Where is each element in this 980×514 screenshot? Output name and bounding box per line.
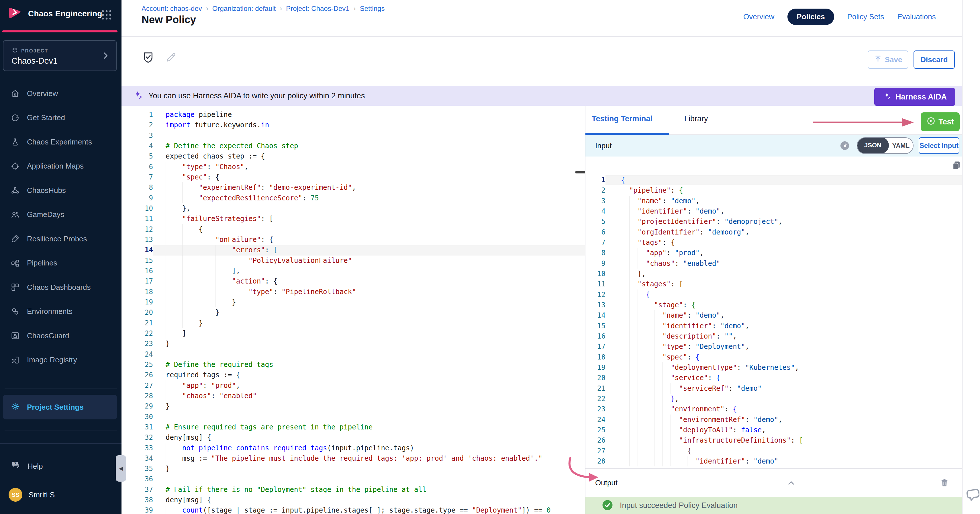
sidebar-item-get-started[interactable]: Get Started [0,106,121,130]
flask-icon [10,137,20,147]
app-switcher-icon[interactable] [101,9,112,22]
code-line: 36 [121,474,585,484]
tab-label: Testing Terminal [592,115,652,123]
tab-policies[interactable]: Policies [788,9,834,25]
code-line: 22 ] [121,328,585,339]
sidebar-item-label: Environments [27,307,73,316]
tab-overview[interactable]: Overview [743,12,774,21]
sidebar-item-project-settings[interactable]: Project Settings [3,395,117,419]
trash-icon[interactable] [939,477,950,489]
code-line: 37# Fail if there is no "Deployment" sta… [121,484,585,495]
code-line: 9 "chaos": "enabled" [585,258,962,269]
help-chat-icon: ? [10,460,21,472]
code-line: 32deny[msg] { [121,432,585,442]
chevron-left-icon: ◀ [119,465,123,471]
home-icon [10,89,20,98]
code-line: 10 }, [585,269,962,279]
aida-banner: You can use Harness AIDA to write your p… [121,86,962,106]
breadcrumb-separator: › [276,5,286,13]
output-header: Output [585,468,962,497]
support-chat-icon[interactable] [964,487,979,503]
sidebar-item-label: Application Maps [27,162,84,170]
code-line: 14 "name": "demo", [585,310,962,320]
test-button[interactable]: Test [921,112,960,131]
code-line: 20 } [121,307,585,318]
breadcrumb-link[interactable]: Account: chaos-dev [142,5,202,13]
policy-code-editor[interactable]: 1package pipeline2import future.keywords… [121,106,585,514]
get-started-icon [10,113,20,123]
tab-testing-terminal[interactable]: Testing Terminal [592,115,652,123]
code-line: 38deny[msg] { [121,495,585,505]
project-selector[interactable]: PROJECT Chaos-Dev1 [3,40,117,71]
sidebar-item-overview[interactable]: Overview [0,81,121,106]
select-input-button[interactable]: Select Input [919,137,959,154]
tab-policy-sets[interactable]: Policy Sets [847,12,884,21]
code-line: 9 "expectedResilienceScore": 75 [121,193,585,203]
edit-pencil-icon[interactable] [165,51,177,65]
code-line: 24 [121,349,585,360]
policy-shield-icon[interactable] [142,51,155,65]
code-line: 1package pipeline [121,110,585,120]
output-status-banner: Input succeeded Policy Evaluation [585,497,962,514]
sidebar-item-label: Project Settings [27,403,84,412]
code-line: 3 [121,130,585,141]
code-line: 31# Ensure required tags are present in … [121,422,585,432]
sidebar-item-application-maps[interactable]: Application Maps [0,154,121,178]
code-line: 21 "serviceRef": "demo" [585,383,962,394]
pipeline-icon [10,258,20,268]
save-button[interactable]: Save [868,51,908,69]
sidebar-item-environments[interactable]: Environments [0,299,121,324]
code-line: 2import future.keywords.in [121,120,585,130]
sidebar-item-label: ChaosGuard [27,331,69,340]
discard-button[interactable]: Discard [913,51,955,69]
sidebar-item-image-registry[interactable]: Image Registry [0,348,121,372]
sidebar-item-resilience-probes[interactable]: Resilience Probes [0,227,121,251]
select-input-label: Select Input [920,142,959,150]
code-line: 3 "name": "demo", [585,196,962,206]
page-title: New Policy [142,14,196,26]
harness-logo-icon[interactable] [8,5,24,22]
sidebar-item-label: Chaos Experiments [27,138,92,146]
code-line: 18 "type": "PipelineRollback" [121,286,585,297]
sidebar-item-chaoshubs[interactable]: ChaosHubs [0,178,121,203]
product-title: Chaos Engineering [28,9,102,18]
sidebar-item-chaos-dashboards[interactable]: Chaos Dashboards [0,275,121,299]
breadcrumb-link[interactable]: Project: Chaos-Dev1 [286,5,349,13]
tab-library[interactable]: Library [684,115,708,123]
code-line: 5 "projectIdentifier": "demoproject", [585,216,962,227]
chevron-up-icon[interactable] [786,478,796,489]
breadcrumb-link[interactable]: Organization: default [212,5,276,13]
input-json-editor[interactable]: 1{2 "pipeline": {3 "name": "demo",4 "ide… [585,171,962,468]
editor-resize-handle[interactable] [575,171,585,173]
harness-aida-button[interactable]: Harness AIDA [874,88,955,106]
code-line: 7 "tags": { [585,237,962,248]
sidebar-item-gamedays[interactable]: GameDays [0,203,121,227]
sidebar-item-help[interactable]: ? Help [10,459,43,474]
sidebar-item-label: Chaos Dashboards [27,283,91,292]
breadcrumb-separator: › [350,5,360,13]
aida-sparkle-icon [133,90,143,102]
output-status-text: Input succeeded Policy Evaluation [620,501,738,510]
sidebar-collapse-handle[interactable]: ◀ [116,455,126,482]
users-icon [10,210,20,220]
code-line: 6 "orgIdentifier": "demoorg", [585,227,962,237]
format-yaml-option[interactable]: YAML [889,142,913,150]
output-label: Output [595,479,617,487]
avatar: SS [9,488,22,502]
breadcrumb-link[interactable]: Settings [360,5,385,13]
tab-evaluations[interactable]: Evaluations [897,12,935,21]
sidebar-item-chaosguard[interactable]: ChaosGuard [0,324,121,348]
aida-banner-text: You can use Harness AIDA to write your p… [148,91,365,100]
copy-icon[interactable] [951,160,962,172]
code-line: 11 "failureStrategies": [ [121,213,585,224]
code-line: 11 "stages": [ [585,279,962,289]
probe-icon [10,234,20,243]
sidebar-item-chaos-experiments[interactable]: Chaos Experiments [0,130,121,154]
sidebar-item-label: ChaosHubs [27,186,66,195]
discard-label: Discard [920,55,948,64]
terminal-tabbar: Testing Terminal Library Test [585,106,962,135]
format-json-option[interactable]: JSON [857,137,889,154]
code-line: 29} [121,401,585,411]
user-menu[interactable]: SS Smriti S [9,488,55,502]
sidebar-item-pipelines[interactable]: Pipelines [0,251,121,275]
